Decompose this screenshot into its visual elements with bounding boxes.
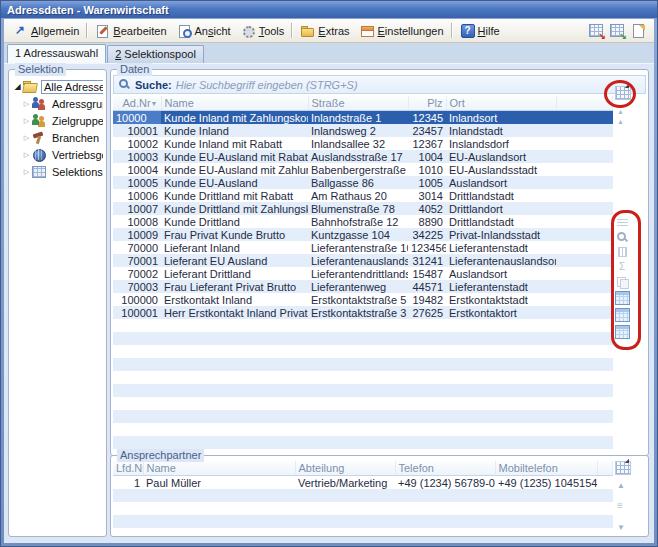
menu-item-einstellungen[interactable]: Einstellungen [355,22,449,40]
column-header-strasse[interactable]: Straße [308,96,408,111]
address-row[interactable]: 70000Lieferant InlandLieferantenstraße 1… [113,241,613,254]
tree-collapsed-icon[interactable]: ▷ [21,134,32,142]
import-table-icon[interactable] [609,23,626,38]
tree-item-adressgruppen[interactable]: ▷Adressgruppen [12,95,103,112]
tree-expanded-icon[interactable]: ◢ [12,82,23,91]
column-chooser-icon[interactable] [615,461,631,475]
cell-name: Kunde Inland mit Rabatt [161,137,308,150]
column-header-filler[interactable] [597,461,613,476]
address-row[interactable]: 10004Kunde EU-Ausland mit Zahlungskondit… [113,163,613,176]
column-header-mobiltelefon[interactable]: Mobiltelefon [495,461,597,476]
columns-icon[interactable] [616,246,629,258]
tree-collapsed-icon[interactable]: ▷ [21,117,32,125]
contact-row[interactable]: 1Paul MüllerVertrieb/Marketing+49 (1234)… [113,476,613,490]
address-row[interactable]: 100000Erstkontakt InlandErstkontaktstraß… [113,293,613,306]
tree-collapsed-icon[interactable]: ▷ [21,100,32,108]
menu-item-ansicht[interactable]: Ansicht [172,22,236,40]
address-row[interactable]: 100001Herr Erstkontakt Inland PrivatErst… [113,306,613,319]
table-view-icon[interactable] [615,308,630,322]
column-header-filler[interactable] [556,96,613,111]
cell-filler [556,267,613,280]
column-header-abteilung[interactable]: Abteilung [295,461,395,476]
column-header-lfdnr[interactable]: Lfd.Nr. [113,461,143,476]
tab-adressauswahl[interactable]: 1 Adressauswahl [7,44,106,63]
cell-ort: Erstkontaktstadt [446,293,556,306]
target-groups-icon [32,114,47,127]
cell-filler [556,397,613,410]
cell-filler [556,384,613,397]
column-header-ort[interactable]: Ort [446,96,556,111]
search-input[interactable] [176,79,641,91]
column-header-plz[interactable]: Plz [408,96,446,111]
cell-mobiltelefon [495,515,597,528]
magnifier-grey-icon[interactable] [616,231,629,243]
rows-icon[interactable] [616,216,629,228]
tree-item-alle-adressen[interactable]: ◢Alle Adressen [12,78,103,95]
cell-adnr: 10006 [113,189,161,202]
contacts-groupbox: Ansprechpartner Lfd.Nr.NameAbteilungTele… [110,455,649,537]
address-row[interactable]: 10009Frau Privat Kunde BruttoKuntzgasse … [113,228,613,241]
address-row[interactable]: 10005Kunde EU-AuslandBallgasse 861005Aus… [113,176,613,189]
address-row[interactable]: 10006Kunde Drittland mit RabattAm Rathau… [113,189,613,202]
cell-adnr [113,397,161,410]
tree-collapsed-icon[interactable]: ▷ [21,151,32,159]
tree-item-selektionspools[interactable]: ▷Selektionspools [12,163,103,180]
drag-handle-icon[interactable] [617,501,623,511]
copy-icon[interactable] [616,276,629,288]
column-header-name[interactable]: Name [161,96,308,111]
sort-desc-icon: ▼ [151,97,158,110]
address-row[interactable]: 70001Lieferant EU AuslandLieferantenausl… [113,254,613,267]
cell-ort [446,345,556,358]
cell-filler [556,176,613,189]
scroll-up-icon[interactable] [617,118,624,126]
empty-row [113,384,613,397]
cell-name [161,423,308,436]
tree-item-branchen[interactable]: ▷Branchen [12,129,103,146]
tree-item-vertriebsgebiete[interactable]: ▷Vertriebsgebiete [12,146,103,163]
cell-strasse [308,423,408,436]
title-bar[interactable]: Adressdaten - Warenwirtschaft [1,1,657,18]
table-view-icon[interactable] [615,325,630,339]
menu-item-extras[interactable]: Extras [295,22,354,40]
column-header-telefon[interactable]: Telefon [395,461,495,476]
menu-item-hilfe[interactable]: Hilfe [455,22,505,40]
menu-item-allgemein[interactable]: Allgemein [8,22,84,40]
address-row[interactable]: 10007Kunde Drittland mit Zahlungskonditi… [113,202,613,215]
cell-abteilung [295,515,395,528]
scroll-up-icon[interactable] [617,481,625,490]
cell-strasse: Lieferantenstraße 10 [308,241,408,254]
cell-adnr [113,384,161,397]
cell-name: Kunde Inland mit Zahlungskondition und L… [161,111,308,125]
cell-ort [446,410,556,423]
cell-strasse [308,319,408,332]
menu-item-tools[interactable]: Tools [236,22,290,40]
cell-ort [446,436,556,449]
column-chooser-icon[interactable] [615,86,631,100]
menu-item-bearbeiten[interactable]: Bearbeiten [90,22,171,40]
table-view-icon[interactable] [615,291,630,305]
address-row[interactable]: 10000Kunde Inland mit Zahlungskondition … [113,111,613,125]
address-row[interactable]: 10002Kunde Inland mit RabattInlandsallee… [113,137,613,150]
sum-icon[interactable] [616,261,629,273]
contacts-groupbox-label: Ansprechpartner [117,449,204,462]
cell-adnr: 10001 [113,124,161,137]
tree-item-zielgruppen[interactable]: ▷Zielgruppen [12,112,103,129]
address-row[interactable]: 10001Kunde InlandInlandsweg 223457Inland… [113,124,613,137]
address-row[interactable]: 70002Lieferant DrittlandLieferantendritt… [113,267,613,280]
new-document-icon[interactable] [630,23,647,38]
tree-collapsed-icon[interactable]: ▷ [21,168,32,176]
scroll-down-icon[interactable] [617,523,625,532]
cell-plz [408,345,446,358]
export-table-icon[interactable] [588,23,605,38]
column-header-name[interactable]: Name [143,461,295,476]
folder-open-icon [23,80,38,93]
cell-filler [556,280,613,293]
cell-lfdnr [113,515,143,528]
scroll-up-icon[interactable] [617,108,624,116]
address-row[interactable]: 10008Kunde DrittlandBahnhofstraße 128890… [113,215,613,228]
cell-lfdnr: 1 [113,476,143,490]
address-row[interactable]: 70003Frau Lieferant Privat BruttoLiefera… [113,280,613,293]
column-header-adnr[interactable]: Ad.Nr▼ [113,96,161,111]
address-row[interactable]: 10003Kunde EU-Ausland mit RabattAuslands… [113,150,613,163]
tab-selektionspool[interactable]: 2 Selektionspool [107,45,204,63]
